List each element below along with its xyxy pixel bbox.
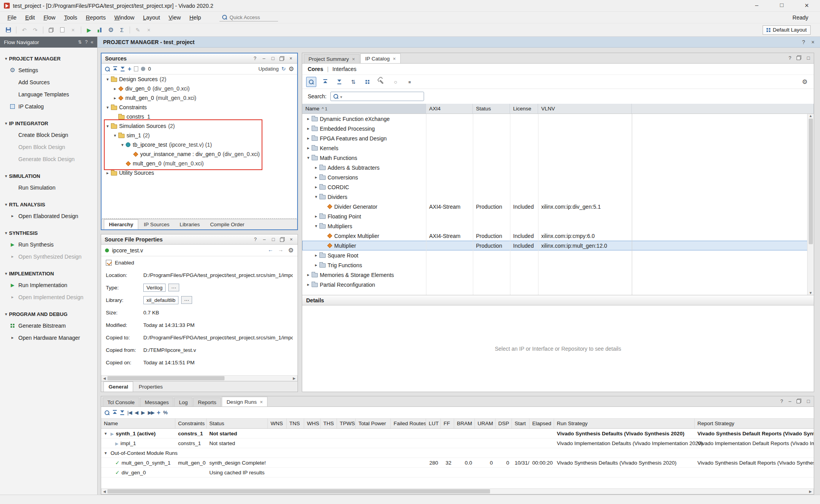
horizontal-scrollbar[interactable]: ◀ ▶ bbox=[101, 375, 298, 381]
menu-flow[interactable]: Flow bbox=[39, 13, 60, 22]
chevron-right-icon[interactable] bbox=[313, 253, 319, 258]
file-properties-icon[interactable] bbox=[134, 66, 138, 71]
tab-messages[interactable]: Messages bbox=[140, 398, 174, 406]
minimize-icon[interactable] bbox=[262, 237, 267, 242]
float-icon[interactable] bbox=[797, 55, 801, 61]
cancel-icon[interactable] bbox=[144, 25, 154, 35]
flownav-section-header[interactable]: SYNTHESIS bbox=[0, 227, 97, 238]
col-uram[interactable]: URAM bbox=[475, 419, 496, 428]
ip-row-conversions[interactable]: Conversions bbox=[302, 172, 814, 182]
flownav-item-open-block-design[interactable]: Open Block Design bbox=[0, 141, 97, 153]
scroll-up-arrow[interactable]: ▲ bbox=[808, 114, 814, 118]
run-row-mult-gen-0-synth-1[interactable]: mult_gen_0_synth_1 mult_gen_0 synth_desi… bbox=[101, 458, 814, 468]
scroll-right-arrow[interactable]: ▶ bbox=[808, 490, 813, 493]
column-header-name[interactable]: Name^ 1 bbox=[302, 104, 426, 114]
flownav-section-header[interactable]: IP INTEGRATOR bbox=[0, 118, 97, 129]
search-icon[interactable] bbox=[306, 77, 316, 87]
expand-all-icon[interactable] bbox=[334, 77, 344, 87]
chevron-right-icon[interactable] bbox=[313, 214, 319, 219]
flownav-section-header[interactable]: PROJECT MANAGER bbox=[0, 53, 97, 64]
ip-row-floating-point[interactable]: Floating Point bbox=[302, 211, 814, 221]
menu-edit[interactable]: Edit bbox=[21, 13, 39, 22]
tree-row-simulation-sources[interactable]: Simulation Sources(2) bbox=[102, 121, 297, 131]
settings-gear-icon[interactable] bbox=[800, 77, 810, 87]
tab-reports[interactable]: Reports bbox=[193, 398, 221, 406]
menu-window[interactable]: Window bbox=[110, 13, 139, 22]
menu-help[interactable]: Help bbox=[185, 13, 205, 22]
stop-icon[interactable] bbox=[405, 77, 415, 87]
col-report-strategy[interactable]: Report Strategy bbox=[695, 419, 814, 428]
menu-tools[interactable]: Tools bbox=[60, 13, 82, 22]
chevron-down-icon[interactable] bbox=[103, 431, 109, 436]
quick-access-search[interactable] bbox=[219, 14, 278, 21]
chevron-right-icon[interactable] bbox=[305, 282, 311, 287]
chevron-right-icon[interactable] bbox=[305, 126, 311, 131]
scroll-left-arrow[interactable]: ◀ bbox=[102, 490, 107, 493]
flownav-section-header[interactable]: IMPLEMENTATION bbox=[0, 268, 97, 279]
tab-design-runs[interactable]: Design Runs bbox=[222, 397, 267, 406]
ip-status-icon[interactable] bbox=[390, 77, 401, 87]
flownav-item-open-synthesized-design[interactable]: Open Synthesized Design bbox=[0, 250, 97, 263]
flownav-section-header[interactable]: PROGRAM AND DEBUG bbox=[0, 309, 97, 319]
maximize-icon[interactable] bbox=[807, 55, 810, 61]
create-run-icon[interactable] bbox=[157, 409, 160, 416]
redo-icon[interactable] bbox=[30, 25, 40, 35]
flownav-item-generate-bitstream[interactable]: Generate Bitstream bbox=[0, 319, 97, 332]
run-row-div-gen-0[interactable]: div_gen_0 Using cached IP results bbox=[101, 468, 814, 477]
chevron-down-icon[interactable] bbox=[112, 133, 118, 138]
tab-libraries[interactable]: Libraries bbox=[175, 219, 205, 229]
subtab-cores[interactable]: Cores bbox=[308, 66, 323, 72]
tree-row-design-sources[interactable]: Design Sources(2) bbox=[102, 75, 297, 84]
col-name[interactable]: Name bbox=[101, 419, 175, 428]
ip-row-square-root[interactable]: Square Root bbox=[302, 250, 814, 260]
help-icon[interactable] bbox=[252, 56, 258, 61]
step-back-icon[interactable] bbox=[134, 410, 138, 415]
chevron-down-icon[interactable] bbox=[305, 155, 311, 160]
col-tpws[interactable]: TPWS bbox=[337, 419, 356, 428]
library-browse-button[interactable] bbox=[181, 296, 192, 304]
window-maximize-button[interactable] bbox=[778, 2, 786, 10]
flownav-item-open-implemented-design[interactable]: Open Implemented Design bbox=[0, 291, 97, 303]
expand-all-icon[interactable] bbox=[120, 66, 125, 71]
chevron-right-icon[interactable] bbox=[313, 175, 319, 180]
close-icon[interactable] bbox=[289, 237, 294, 242]
tab-project-summary[interactable]: Project Summary bbox=[304, 54, 360, 63]
flownav-item-language-templates[interactable]: Language Templates bbox=[0, 88, 97, 100]
col-bram[interactable]: BRAM bbox=[454, 419, 475, 428]
edit-icon[interactable] bbox=[133, 25, 143, 35]
sfp-panel-title[interactable]: Source File Properties bbox=[101, 234, 298, 245]
flownav-item-settings[interactable]: Settings bbox=[0, 64, 97, 76]
help-icon[interactable] bbox=[85, 39, 88, 45]
maximize-icon[interactable] bbox=[271, 237, 276, 242]
column-header-vlnv[interactable]: VLNV bbox=[538, 104, 632, 114]
close-icon[interactable] bbox=[352, 56, 355, 62]
ip-row-adders-subtracters[interactable]: Adders & Subtracters bbox=[302, 163, 814, 172]
ip-row-divider-generator[interactable]: Divider GeneratorAXI4-StreamProductionIn… bbox=[302, 202, 814, 211]
float-icon[interactable] bbox=[279, 56, 285, 61]
add-sources-icon[interactable] bbox=[128, 66, 131, 73]
menu-file[interactable]: File bbox=[3, 13, 21, 22]
chevron-down-icon[interactable] bbox=[103, 451, 109, 456]
expand-all-icon[interactable] bbox=[120, 410, 125, 415]
menu-layout[interactable]: Layout bbox=[139, 13, 164, 22]
tree-row-utility-sources[interactable]: Utility Sources bbox=[102, 168, 297, 177]
tree-row-tb-ipcore-test[interactable]: tb_ipcore_test(ipcore_test.v) (1) bbox=[102, 140, 297, 149]
launch-runs-icon[interactable] bbox=[141, 410, 145, 415]
paste-icon[interactable] bbox=[57, 25, 67, 35]
chevron-down-icon[interactable] bbox=[313, 224, 319, 229]
chevron-right-icon[interactable] bbox=[305, 136, 311, 141]
run-icon[interactable] bbox=[84, 25, 94, 35]
menu-view[interactable]: View bbox=[164, 13, 185, 22]
quick-access-input[interactable] bbox=[230, 14, 273, 20]
ip-row-dividers[interactable]: Dividers bbox=[302, 192, 814, 202]
run-row-synth-1[interactable]: synth_1 (active) constrs_1 Not started V… bbox=[101, 429, 814, 438]
chevron-right-icon[interactable] bbox=[105, 170, 111, 176]
col-run-strategy[interactable]: Run Strategy bbox=[554, 419, 695, 428]
chevron-right-icon[interactable] bbox=[305, 116, 311, 121]
col-elapsed[interactable]: Elapsed bbox=[529, 419, 554, 428]
flownav-item-run-synthesis[interactable]: Run Synthesis bbox=[0, 238, 97, 250]
col-wns[interactable]: WNS bbox=[268, 419, 287, 428]
chevron-right-icon[interactable] bbox=[112, 96, 118, 101]
flownav-item-open-hardware-manager[interactable]: Open Hardware Manager bbox=[0, 332, 97, 344]
tab-general[interactable]: General bbox=[103, 382, 133, 392]
